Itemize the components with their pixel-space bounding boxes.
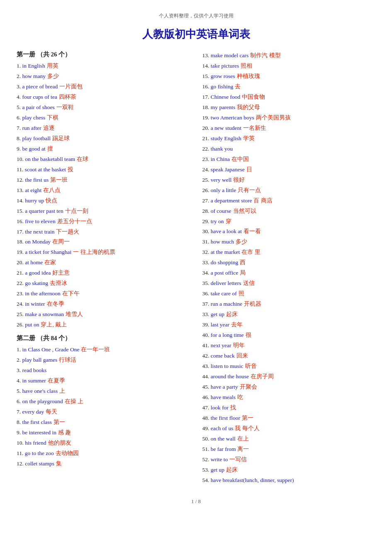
item-en: each of us bbox=[211, 425, 234, 431]
list-item: 47. look for找 bbox=[202, 403, 376, 413]
item-zh: 回来 bbox=[236, 353, 248, 359]
item-en: in English bbox=[22, 63, 45, 69]
item-en: the first class bbox=[22, 419, 52, 425]
item-num: 46. bbox=[202, 394, 211, 400]
item-en: put on bbox=[25, 321, 39, 328]
item-num: 2. bbox=[17, 357, 22, 363]
item-zh: 堆雪人 bbox=[66, 311, 83, 317]
item-num: 51. bbox=[202, 446, 211, 452]
list-item: 16. go fishing去 bbox=[202, 82, 376, 92]
item-zh: 穿 bbox=[226, 218, 231, 224]
section2-list: 1. in Class One , Grade One在一年一班2. play … bbox=[17, 345, 190, 469]
list-item: 40. for a long time很 bbox=[202, 330, 376, 341]
list-item: 39. last year去年 bbox=[202, 320, 376, 330]
item-en: a post office bbox=[211, 270, 238, 276]
list-item: 46. have meals吃 bbox=[202, 392, 376, 403]
list-item: 15. grow roses种植玫瑰 bbox=[202, 71, 376, 82]
item-en: in the afternoon bbox=[25, 290, 60, 297]
item-num: 12. bbox=[17, 177, 25, 183]
item-zh: 听音 bbox=[245, 363, 257, 369]
item-en: run a machine bbox=[211, 301, 242, 307]
list-item: 1. in English用英 bbox=[17, 61, 190, 71]
list-item: 6. play chess下棋 bbox=[17, 113, 190, 123]
item-en: at eight bbox=[25, 187, 41, 193]
item-zh: 多少 bbox=[236, 239, 247, 245]
item-num: 4. bbox=[17, 377, 22, 384]
item-en: scoot at the basket bbox=[25, 166, 66, 173]
item-zh: 西 bbox=[240, 259, 246, 265]
item-num: 10. bbox=[17, 440, 25, 446]
item-zh: 去滑冰 bbox=[50, 280, 67, 286]
item-num: 39. bbox=[202, 321, 211, 328]
page-footer: 1 / 8 bbox=[17, 498, 375, 505]
page-title: 人教版初中英语单词表 bbox=[17, 27, 375, 41]
list-item: 43. listen to music听音 bbox=[202, 361, 376, 372]
item-num: 18. bbox=[202, 104, 211, 110]
item-num: 16. bbox=[17, 218, 25, 224]
item-zh: 上 bbox=[59, 388, 65, 394]
list-item: 15. a quarter past ten十点一刻 bbox=[17, 206, 190, 217]
item-num: 49. bbox=[202, 425, 211, 431]
item-num: 17. bbox=[202, 94, 211, 100]
item-zh: 多少 bbox=[47, 73, 59, 79]
list-item: 1. in Class One , Grade One在一年一班 bbox=[17, 345, 190, 355]
item-en: make a snowman bbox=[25, 311, 64, 317]
item-zh: 感 趣 bbox=[58, 429, 71, 436]
item-num: 30. bbox=[202, 228, 211, 234]
item-zh: 明年 bbox=[233, 342, 245, 348]
item-num: 20. bbox=[202, 125, 211, 131]
item-zh: 下一趟火 bbox=[56, 229, 79, 235]
list-item: 14. take pictures照相 bbox=[202, 61, 376, 71]
item-en: be interested in bbox=[22, 429, 56, 436]
item-en: five to eleven bbox=[25, 218, 55, 224]
item-zh: 中国食物 bbox=[242, 94, 265, 100]
item-zh: 百 商店 bbox=[253, 197, 272, 204]
item-num: 31. bbox=[202, 239, 211, 245]
item-num: 52. bbox=[202, 456, 211, 462]
item-en: come back bbox=[211, 353, 235, 359]
item-zh: 擅 bbox=[47, 146, 53, 152]
item-zh: 日 bbox=[246, 166, 252, 173]
item-zh: 离一 bbox=[237, 446, 249, 452]
item-num: 17. bbox=[17, 229, 25, 235]
item-zh: 在操 上 bbox=[65, 398, 83, 404]
list-item: 45. have a party开聚会 bbox=[202, 382, 376, 392]
item-num: 24. bbox=[17, 301, 25, 307]
item-en: go fishing bbox=[211, 83, 233, 90]
item-zh: 很好 bbox=[233, 177, 245, 183]
item-num: 16. bbox=[202, 83, 211, 90]
item-en: a department store bbox=[211, 197, 252, 204]
list-item: 41. next year明年 bbox=[202, 341, 376, 351]
item-en: the next train bbox=[25, 229, 54, 235]
left-column: 第一册 （共 26 个） 1. in English用英2. how many多… bbox=[17, 51, 190, 486]
item-en: a new student bbox=[211, 125, 241, 131]
item-num: 23. bbox=[202, 156, 211, 162]
list-item: 49. each of us我 每个人 bbox=[202, 424, 376, 434]
item-en: run after bbox=[22, 125, 41, 131]
list-item: 42. come back回来 bbox=[202, 351, 376, 361]
item-num: 25. bbox=[202, 177, 211, 183]
item-num: 3. bbox=[17, 367, 22, 373]
item-num: 26. bbox=[17, 321, 25, 328]
item-zh: 快点 bbox=[46, 197, 57, 204]
item-zh: 去年 bbox=[231, 321, 243, 328]
item-en: a piece of bread bbox=[22, 83, 58, 90]
item-zh: 踢足球 bbox=[52, 135, 70, 141]
item-num: 8. bbox=[17, 419, 22, 425]
item-zh: 集 bbox=[56, 460, 62, 467]
item-num: 7. bbox=[17, 125, 22, 131]
item-zh: 只有一点 bbox=[238, 187, 261, 193]
item-en: play chess bbox=[22, 114, 46, 121]
item-zh: 差五分十一点 bbox=[57, 218, 92, 224]
list-item: 20. at home在家 bbox=[17, 258, 190, 268]
item-en: read books bbox=[22, 367, 47, 373]
item-en: at the market bbox=[211, 249, 240, 255]
item-en: at home bbox=[25, 259, 43, 265]
list-item: 25. make a snowman堆雪人 bbox=[17, 309, 190, 320]
item-num: 48. bbox=[202, 415, 211, 421]
item-num: 24. bbox=[202, 166, 211, 173]
item-zh: 穿上, 戴上 bbox=[41, 321, 67, 328]
item-zh: 种植玫瑰 bbox=[237, 73, 260, 79]
item-num: 10. bbox=[17, 156, 25, 162]
item-num: 1. bbox=[17, 63, 22, 69]
